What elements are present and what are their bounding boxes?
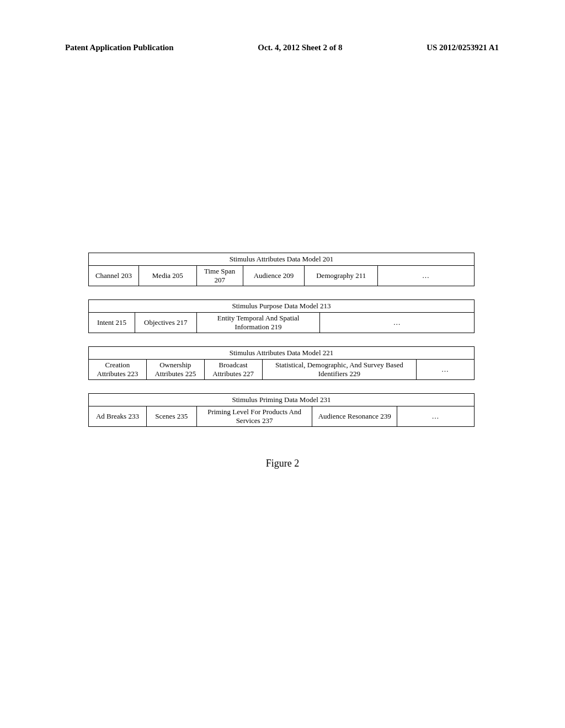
table-title-row: Stimulus Purpose Data Model 213 bbox=[89, 300, 475, 313]
table-title: Stimulus Priming Data Model 231 bbox=[89, 394, 475, 406]
table-data-row: Intent 215 Objectives 217 Entity Tempora… bbox=[89, 313, 475, 333]
table-data-row: Channel 203 Media 205 Time Span 207 Audi… bbox=[89, 266, 475, 286]
cell: Objectives 217 bbox=[135, 313, 196, 333]
cell: Ownership Attributes 225 bbox=[146, 360, 204, 380]
cell: Priming Level For Products And Services … bbox=[196, 406, 312, 427]
cell: Creation Attributes 223 bbox=[89, 360, 147, 380]
table-title-row: Stimulus Priming Data Model 231 bbox=[89, 394, 475, 406]
table-title: Stimulus Attributes Data Model 221 bbox=[89, 347, 475, 360]
page-header: Patent Application Publication Oct. 4, 2… bbox=[0, 43, 565, 52]
cell: Time Span 207 bbox=[196, 266, 243, 286]
table-231: Stimulus Priming Data Model 231 Ad Break… bbox=[88, 393, 475, 427]
cell-ellipsis: … bbox=[320, 313, 475, 333]
table-title-row: Stimulus Attributes Data Model 221 bbox=[89, 347, 475, 360]
tables-container: Stimulus Attributes Data Model 201 Chann… bbox=[88, 253, 475, 440]
table-data-row: Ad Breaks 233 Scenes 235 Priming Level F… bbox=[89, 406, 475, 427]
cell: Channel 203 bbox=[89, 266, 139, 286]
figure-caption: Figure 2 bbox=[0, 458, 565, 469]
cell-ellipsis: … bbox=[417, 360, 475, 380]
cell: Intent 215 bbox=[89, 313, 135, 333]
header-left: Patent Application Publication bbox=[65, 43, 174, 52]
cell: Entity Temporal And Spatial Information … bbox=[196, 313, 320, 333]
table-title-row: Stimulus Attributes Data Model 201 bbox=[89, 253, 475, 266]
table-201: Stimulus Attributes Data Model 201 Chann… bbox=[88, 253, 475, 286]
cell: Audience Resonance 239 bbox=[312, 406, 397, 427]
cell-ellipsis: … bbox=[397, 406, 475, 427]
table-data-row: Creation Attributes 223 Ownership Attrib… bbox=[89, 360, 475, 380]
header-center: Oct. 4, 2012 Sheet 2 of 8 bbox=[258, 43, 342, 52]
cell: Statistical, Demographic, And Survey Bas… bbox=[262, 360, 417, 380]
cell: Demography 211 bbox=[305, 266, 378, 286]
cell: Scenes 235 bbox=[146, 406, 196, 427]
cell-ellipsis: … bbox=[378, 266, 475, 286]
cell: Ad Breaks 233 bbox=[89, 406, 147, 427]
table-title: Stimulus Purpose Data Model 213 bbox=[89, 300, 475, 313]
cell: Broadcast Attributes 227 bbox=[204, 360, 262, 380]
header-right: US 2012/0253921 A1 bbox=[427, 43, 499, 52]
cell: Audience 209 bbox=[243, 266, 305, 286]
table-221: Stimulus Attributes Data Model 221 Creat… bbox=[88, 346, 475, 380]
cell: Media 205 bbox=[138, 266, 196, 286]
table-213: Stimulus Purpose Data Model 213 Intent 2… bbox=[88, 299, 475, 333]
table-title: Stimulus Attributes Data Model 201 bbox=[89, 253, 475, 266]
